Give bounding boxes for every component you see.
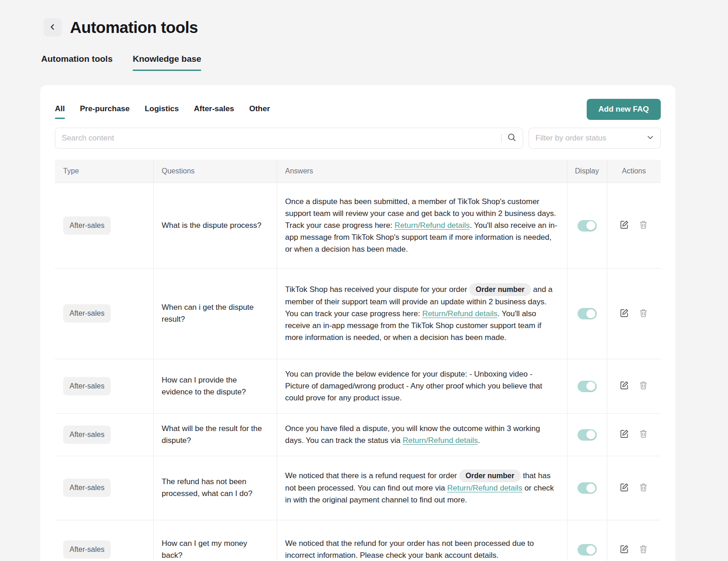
search-filter-row: Filter by order status — [55, 128, 661, 149]
knowledge-base-card: All Pre-purchase Logistics After-sales O… — [40, 85, 675, 561]
edit-button[interactable] — [619, 544, 629, 556]
answer-text: We noticed that the refund for your orde… — [285, 539, 534, 560]
toggle-knob — [586, 221, 595, 230]
faq-table-row: After-sales How can I provide the eviden… — [55, 359, 661, 413]
edit-button[interactable] — [619, 380, 629, 392]
answer-text-segment: TikTok Shop has received your dispute fo… — [285, 285, 470, 294]
answer-cell: We noticed that there is a refund reques… — [277, 456, 567, 520]
edit-icon — [619, 429, 629, 440]
edit-button[interactable] — [619, 429, 629, 440]
answer-text-segment: We noticed that the refund for your orde… — [285, 539, 534, 560]
display-toggle[interactable] — [578, 482, 597, 494]
display-toggle[interactable] — [578, 220, 597, 232]
delete-button[interactable] — [638, 482, 648, 494]
trash-icon — [638, 544, 648, 556]
search-input[interactable] — [62, 134, 499, 143]
return-refund-link[interactable]: Return/Refund details — [447, 484, 522, 492]
faq-table-row: After-sales How can I get my money back?… — [55, 520, 661, 561]
category-tab-pre-purchase[interactable]: Pre-purchase — [80, 104, 130, 119]
edit-button[interactable] — [619, 482, 629, 494]
answer-cell: We noticed that the refund for your orde… — [277, 520, 567, 561]
card-toolbar: All Pre-purchase Logistics After-sales O… — [55, 99, 661, 120]
column-header-questions: Questions — [153, 160, 277, 183]
question-text: What will be the result for the dispute? — [162, 424, 262, 445]
answer-cell: Once you have filed a dispute, you will … — [277, 413, 567, 456]
faq-table-body: After-sales What is the dispute process?… — [55, 183, 661, 561]
type-cell: After-sales — [55, 520, 153, 561]
trash-icon — [638, 220, 648, 231]
category-tabs: All Pre-purchase Logistics After-sales O… — [55, 100, 270, 119]
display-cell — [567, 183, 607, 268]
active-tab-underline — [55, 118, 65, 119]
toggle-knob — [586, 309, 595, 318]
return-refund-link[interactable]: Return/Refund details — [422, 309, 497, 318]
answer-text: We noticed that there is a refund reques… — [285, 471, 554, 504]
faq-table-row: After-sales When can i get the dispute r… — [55, 268, 661, 359]
active-tab-underline — [133, 70, 201, 71]
question-cell: What is the dispute process? — [153, 183, 277, 268]
toggle-knob — [586, 430, 595, 439]
page: Automation tools Automation tools Knowle… — [0, 0, 728, 561]
category-tab-after-sales[interactable]: After-sales — [194, 104, 234, 119]
page-title: Automation tools — [70, 18, 198, 37]
search-box — [55, 128, 523, 149]
type-cell: After-sales — [55, 268, 153, 359]
delete-button[interactable] — [638, 220, 648, 231]
question-text: When can i get the dispute result? — [162, 303, 254, 324]
question-text: What is the dispute process? — [162, 221, 262, 230]
actions-cell — [607, 268, 661, 359]
category-tab-other[interactable]: Other — [249, 104, 270, 119]
display-cell — [567, 413, 607, 456]
delete-button[interactable] — [638, 380, 648, 392]
question-text: The refund has not been processed, what … — [162, 477, 252, 498]
trash-icon — [638, 380, 648, 392]
category-tab-logistics[interactable]: Logistics — [145, 104, 179, 119]
type-badge: After-sales — [63, 479, 111, 497]
column-header-type: Type — [55, 160, 153, 183]
main-tab-label: Knowledge base — [133, 54, 201, 64]
delete-button[interactable] — [638, 544, 648, 556]
order-status-filter[interactable]: Filter by order status — [529, 128, 661, 149]
answer-text-segment: We noticed that there is a refund reques… — [285, 471, 460, 480]
category-tab-all[interactable]: All — [55, 104, 65, 119]
search-icon[interactable] — [507, 133, 516, 144]
faq-table-row: After-sales What is the dispute process?… — [55, 183, 661, 268]
return-refund-link[interactable]: Return/Refund details — [403, 436, 478, 445]
main-tab-knowledge-base[interactable]: Knowledge base — [133, 54, 201, 71]
main-tab-automation-tools[interactable]: Automation tools — [41, 54, 112, 71]
add-new-faq-button[interactable]: Add new FAQ — [587, 99, 661, 120]
edit-icon — [619, 220, 629, 231]
type-badge: After-sales — [63, 426, 111, 444]
actions-cell — [607, 183, 661, 268]
display-cell — [567, 456, 607, 520]
edit-button[interactable] — [619, 220, 629, 231]
type-cell: After-sales — [55, 359, 153, 413]
type-badge: After-sales — [63, 216, 111, 235]
answer-cell: Once a dispute has been submitted, a mem… — [277, 183, 567, 268]
question-cell: What will be the result for the dispute? — [153, 413, 277, 456]
type-cell: After-sales — [55, 456, 153, 520]
return-refund-link[interactable]: Return/Refund details — [395, 221, 470, 230]
display-toggle[interactable] — [578, 544, 597, 556]
display-toggle[interactable] — [578, 381, 597, 392]
back-button[interactable] — [43, 18, 62, 37]
type-cell: After-sales — [55, 413, 153, 456]
question-cell: How can I provide the evidence to the di… — [153, 359, 277, 413]
trash-icon — [638, 429, 648, 440]
display-toggle[interactable] — [578, 429, 597, 441]
display-cell — [567, 520, 607, 561]
edit-icon — [619, 544, 629, 556]
type-badge: After-sales — [63, 377, 111, 395]
display-toggle[interactable] — [578, 308, 597, 319]
edit-button[interactable] — [619, 308, 629, 319]
actions-cell — [607, 413, 661, 456]
category-tab-label: After-sales — [194, 104, 234, 113]
answer-text: Once you have filed a dispute, you will … — [285, 424, 541, 445]
page-header: Automation tools — [0, 0, 728, 37]
toggle-knob — [586, 545, 595, 555]
delete-button[interactable] — [638, 429, 648, 440]
delete-button[interactable] — [638, 308, 648, 319]
edit-icon — [619, 380, 629, 392]
category-tab-label: Logistics — [145, 104, 179, 113]
category-tab-label: All — [55, 104, 65, 113]
